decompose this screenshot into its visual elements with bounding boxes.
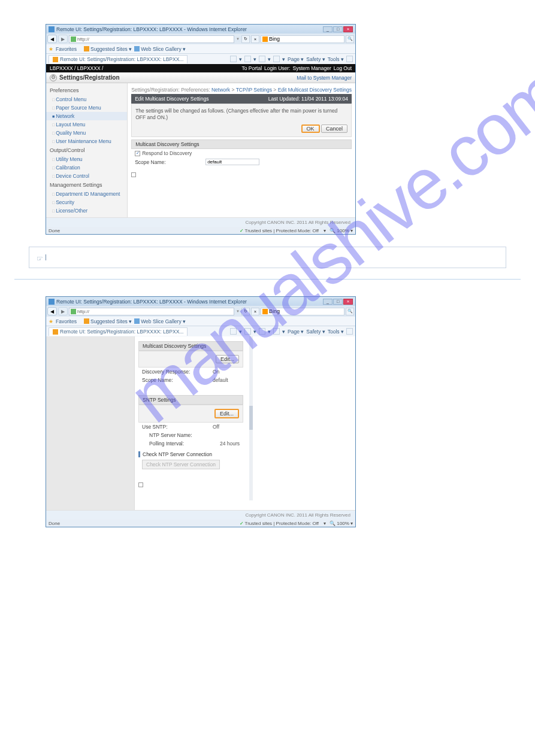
suggested-sites-link[interactable]: Suggested Sites ▾ xyxy=(84,46,132,52)
search-box[interactable]: Bing xyxy=(261,308,344,315)
favorites-star-icon[interactable]: ★ xyxy=(49,46,53,52)
home-icon[interactable] xyxy=(230,56,237,62)
refresh-button[interactable]: ↻ xyxy=(241,308,250,315)
zoom-level[interactable]: 🔍 100% ▾ xyxy=(330,228,353,233)
mail-system-manager-link[interactable]: Mail to System Manager xyxy=(297,75,352,81)
feed-icon[interactable] xyxy=(244,56,251,62)
search-go-button[interactable]: 🔍 xyxy=(346,35,354,43)
copyright-footer: Copyright CANON INC. 2011 All Rights Res… xyxy=(46,217,355,227)
tab-title: Remote UI: Settings/Registration: LBPXXX… xyxy=(60,329,183,335)
pointing-hand-icon: ☞ xyxy=(37,254,46,260)
page-menu[interactable]: Page ▾ xyxy=(288,56,304,62)
main-content: Multicast Discovery Settings Edit... Dis… xyxy=(135,336,253,510)
copyright-footer: Copyright CANON INC. 2011 All Rights Res… xyxy=(46,510,355,520)
stop-button[interactable]: × xyxy=(251,308,259,315)
safety-menu[interactable]: Safety ▾ xyxy=(306,56,325,62)
sidebar-item-paper-source[interactable]: Paper Source Menu xyxy=(46,104,127,112)
stop-button[interactable]: × xyxy=(251,35,259,43)
tab-title: Remote UI: Settings/Registration: LBPXXX… xyxy=(60,56,183,62)
browser-tab[interactable]: Remote UI: Settings/Registration: LBPXXX… xyxy=(49,327,188,336)
mail-icon[interactable] xyxy=(259,56,265,62)
sidebar-item-control-menu[interactable]: Control Menu xyxy=(46,95,127,104)
mail-icon[interactable] xyxy=(259,328,265,335)
search-go-button[interactable]: 🔍 xyxy=(346,308,354,315)
back-button[interactable]: ◀ xyxy=(47,35,57,43)
back-button[interactable]: ◀ xyxy=(47,307,57,315)
maximize-button[interactable]: □ xyxy=(333,299,343,305)
suggested-icon xyxy=(84,46,89,51)
address-dropdown[interactable]: ▼ xyxy=(235,37,240,41)
sidebar-item-security[interactable]: Security xyxy=(46,198,127,207)
web-slice-link[interactable]: Web Slice Gallery ▾ xyxy=(134,46,186,52)
gear-icon xyxy=(50,74,57,81)
scope-row: Scope Name: default xyxy=(138,376,243,384)
scrollbar-thumb[interactable] xyxy=(249,406,253,430)
help-icon[interactable] xyxy=(346,328,353,335)
zoom-dropdown-icon[interactable]: ▾ xyxy=(324,228,326,233)
page-menu[interactable]: Page ▾ xyxy=(288,329,304,335)
back-to-top-icon[interactable] xyxy=(138,482,143,487)
zoom-level[interactable]: 🔍 100% ▾ xyxy=(330,521,353,526)
logout-link[interactable]: Log Out xyxy=(334,65,352,71)
cancel-button[interactable]: Cancel xyxy=(321,125,347,133)
safety-menu[interactable]: Safety ▾ xyxy=(306,329,325,335)
sidebar-item-quality-menu[interactable]: Quality Menu xyxy=(46,129,127,137)
favorites-star-icon[interactable]: ★ xyxy=(49,318,53,324)
tools-menu[interactable]: Tools ▾ xyxy=(328,56,344,62)
address-field[interactable]: http:// xyxy=(69,308,234,315)
ok-button[interactable]: OK xyxy=(301,125,320,133)
home-icon[interactable] xyxy=(230,328,237,335)
check-ntp-header: Check NTP Server Connection xyxy=(138,451,243,457)
status-trusted: Trusted sites | Protected Mode: Off xyxy=(245,521,319,526)
sidebar-item-network[interactable]: Network xyxy=(46,112,127,120)
forward-button[interactable]: ▶ xyxy=(58,35,68,43)
address-field[interactable]: http:// xyxy=(69,35,234,43)
help-icon[interactable] xyxy=(346,56,353,62)
close-button[interactable]: × xyxy=(343,26,353,32)
sidebar-item-layout-menu[interactable]: Layout Menu xyxy=(46,120,127,129)
site-lock-icon xyxy=(71,37,76,42)
refresh-button[interactable]: ↻ xyxy=(241,35,250,43)
sidebar-item-user-maintenance[interactable]: User Maintenance Menu xyxy=(46,137,127,145)
tools-menu[interactable]: Tools ▾ xyxy=(328,329,344,335)
close-button[interactable]: × xyxy=(343,299,353,305)
sidebar-item-utility-menu[interactable]: Utility Menu xyxy=(46,155,127,163)
scope-label: Scope Name: xyxy=(135,159,205,165)
respond-row: Respond to Discovery xyxy=(131,149,352,157)
browser-tab[interactable]: Remote UI: Settings/Registration: LBPXXX… xyxy=(49,55,188,63)
sidebar-item-calibration[interactable]: Calibration xyxy=(46,163,127,172)
to-portal-link[interactable]: To Portal xyxy=(241,65,262,71)
search-box[interactable]: Bing xyxy=(261,35,344,43)
window-favicon xyxy=(49,299,55,305)
back-to-top-icon[interactable] xyxy=(131,172,136,177)
trust-check-icon: ✓ xyxy=(240,228,244,233)
status-done: Done xyxy=(49,521,66,526)
scope-input[interactable] xyxy=(205,159,259,165)
window-title: Remote UI: Settings/Registration: LBPXXX… xyxy=(56,299,323,305)
zoom-dropdown-icon[interactable]: ▾ xyxy=(324,521,326,526)
sidebar-item-device-control[interactable]: Device Control xyxy=(46,172,127,180)
address-dropdown[interactable]: ▼ xyxy=(235,309,240,313)
web-slice-link[interactable]: Web Slice Gallery ▾ xyxy=(134,318,186,324)
minimize-button[interactable]: _ xyxy=(323,26,333,32)
edit-panel-header: Edit Multicast Discovery Settings Last U… xyxy=(131,94,352,104)
device-name: LBPXXXX / LBPXXXX / xyxy=(50,65,239,71)
maximize-button[interactable]: □ xyxy=(333,26,343,32)
polling-label: Polling Interval: xyxy=(149,441,220,447)
print-icon[interactable] xyxy=(273,56,280,62)
sidebar-item-license-other[interactable]: License/Other xyxy=(46,207,127,215)
feed-icon[interactable] xyxy=(244,328,251,335)
multicast-section-header: Multicast Discovery Settings xyxy=(131,139,352,149)
check-ntp-button[interactable]: Check NTP Server Connection xyxy=(142,460,220,469)
minimize-button[interactable]: _ xyxy=(323,299,333,305)
sntp-edit-button[interactable]: Edit... xyxy=(214,409,239,418)
suggested-sites-link[interactable]: Suggested Sites ▾ xyxy=(84,318,132,324)
sidebar-group-preferences: Preferences xyxy=(46,86,127,95)
search-engine-name: Bing xyxy=(269,36,280,42)
respond-checkbox[interactable] xyxy=(135,151,140,156)
forward-button[interactable]: ▶ xyxy=(58,307,68,315)
last-updated: Last Updated: 11/04 2011 13:09:04 xyxy=(268,96,348,102)
sidebar-item-department-id[interactable]: Department ID Management xyxy=(46,190,127,198)
print-icon[interactable] xyxy=(273,328,280,335)
multicast-edit-button[interactable]: Edit... xyxy=(216,355,239,363)
